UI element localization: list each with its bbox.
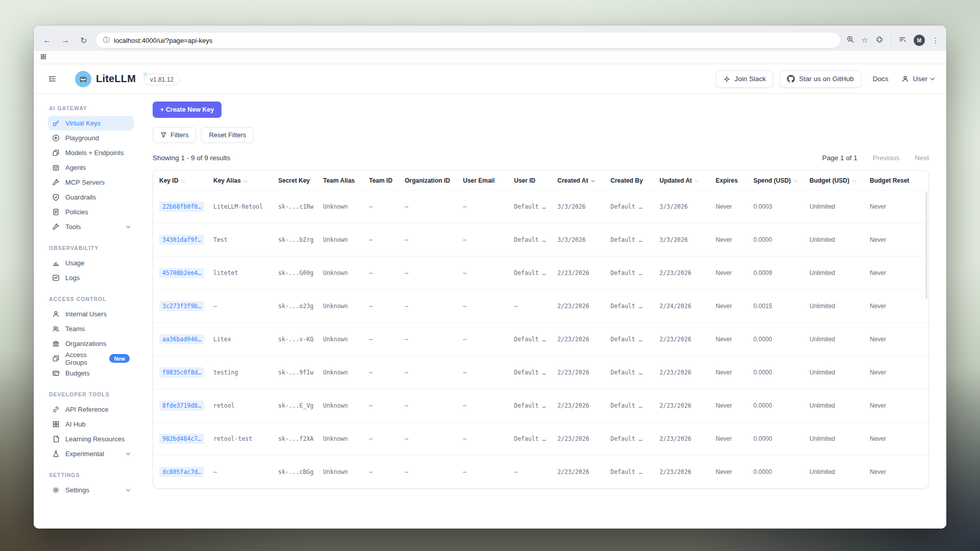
filters-button[interactable]: Filters	[153, 127, 196, 143]
filters-label: Filters	[170, 131, 188, 139]
cell-created-at: 2/23/2026	[551, 422, 604, 456]
sidebar-item-access-groups[interactable]: Access Groups New	[48, 351, 134, 366]
sort-icon[interactable]: ↑↓	[243, 178, 248, 184]
bookmark-star-icon[interactable]: ☆	[862, 36, 868, 45]
sidebar-item-models-endpoints[interactable]: Models + Endpoints	[48, 145, 134, 160]
zoom-icon[interactable]	[846, 35, 854, 45]
docs-link[interactable]: Docs	[873, 75, 889, 83]
sidebar-item-experimental[interactable]: Experimental	[48, 446, 134, 461]
reset-filters-button[interactable]: Reset Filters	[201, 127, 254, 143]
key-id-link[interactable]: 3c273f3f9b…	[159, 301, 204, 311]
sort-icon[interactable]: ↑↓	[181, 178, 185, 184]
sort-icon[interactable]: ↑↓	[793, 178, 797, 184]
col-key-alias[interactable]: Key Alias↑↓	[207, 170, 272, 190]
col-updated-at[interactable]: Updated At↑↓	[653, 170, 709, 190]
sidebar-item-learning-resources[interactable]: Learning Resources	[48, 432, 134, 446]
cell-budget-reset: Never	[864, 323, 928, 356]
cell-expires: Never	[709, 456, 747, 489]
key-id-link[interactable]: aa36bad046…	[159, 334, 204, 344]
sidebar-item-agents[interactable]: Agents	[48, 160, 134, 175]
cell-updated-at: 2/23/2026	[653, 257, 709, 290]
table-row: 8fde3719d8… retool sk-...E_Vg Unknown – …	[153, 389, 928, 422]
cell-updated-at: 2/23/2026	[653, 389, 709, 422]
key-id-link[interactable]: 8fde3719d8…	[159, 400, 204, 411]
sidebar-item-settings[interactable]: Settings	[48, 483, 134, 497]
join-slack-button[interactable]: Join Slack	[716, 70, 774, 88]
forward-icon[interactable]: →	[59, 34, 71, 46]
site-info-icon[interactable]: ⓘ	[103, 36, 110, 45]
cell-team-alias: Unknown	[317, 290, 363, 323]
chevron-down-icon	[126, 487, 130, 491]
previous-button[interactable]: Previous	[873, 154, 900, 162]
sidebar-item-mcp-servers[interactable]: MCP Servers	[48, 175, 134, 190]
key-id-link[interactable]: f0835c0f8d…	[159, 367, 204, 378]
sidebar-item-ai-hub[interactable]: AI Hub	[48, 417, 134, 432]
sidebar-item-internal-users[interactable]: Internal Users	[48, 307, 134, 321]
side-panel-icon[interactable]	[898, 35, 906, 45]
user-menu[interactable]: User	[901, 75, 934, 83]
cell-secret-key: sk-...9fIw	[272, 356, 317, 389]
sidebar-item-budgets[interactable]: Budgets	[48, 366, 134, 381]
sidebar-item-organizations[interactable]: Organizations	[48, 336, 134, 351]
key-id-link[interactable]: 982bd484c7…	[159, 434, 204, 444]
sidebar-item-tools[interactable]: Tools	[48, 219, 134, 234]
key-icon	[52, 119, 60, 127]
back-icon[interactable]: ←	[41, 34, 53, 46]
next-button[interactable]: Next	[915, 154, 929, 162]
address-bar[interactable]: ⓘ localhost:4000/ui/?page=api-keys	[96, 33, 840, 48]
brand-logo[interactable]: LiteLLM	[75, 71, 136, 87]
table-scrollbar[interactable]	[925, 192, 927, 299]
create-new-key-button[interactable]: + Create New Key	[153, 102, 222, 118]
bookmarks-bar	[34, 51, 946, 64]
cell-spend: 0.0000	[747, 223, 803, 257]
sort-icon[interactable]: ↑↓	[695, 178, 699, 184]
cell-created-at: 3/3/2026	[551, 190, 604, 223]
table-row: f0835c0f8d… testing sk-...9fIw Unknown –…	[153, 356, 928, 389]
shield-check-icon	[52, 193, 60, 201]
cell-team-id: –	[363, 290, 399, 323]
cell-expires: Never	[709, 223, 747, 257]
cell-updated-at: 3/3/2026	[653, 223, 709, 257]
sidebar-item-guardrails[interactable]: Guardrails	[48, 190, 134, 205]
extensions-icon[interactable]	[875, 35, 884, 45]
cell-budget-reset: Never	[864, 356, 928, 389]
cell-secret-key: sk-...bZrg	[272, 223, 317, 257]
sidebar-item-policies[interactable]: Policies	[48, 205, 134, 219]
cell-team-id: –	[363, 323, 399, 356]
menu-dots-icon[interactable]: ⋮	[932, 36, 939, 44]
cell-user-id: Default …	[508, 190, 551, 223]
col-key-id[interactable]: Key ID↑↓	[153, 170, 207, 190]
sidebar-item-virtual-keys[interactable]: Virtual Keys	[48, 116, 134, 131]
cell-user-email: –	[457, 456, 508, 489]
col-created-at[interactable]: Created At	[551, 170, 604, 190]
reload-icon[interactable]: ↻	[78, 34, 90, 46]
sort-icon[interactable]: ↑↓	[852, 178, 856, 184]
reset-filters-label: Reset Filters	[209, 131, 246, 139]
sidebar-collapse-icon[interactable]	[48, 74, 57, 83]
cell-secret-key: sk-...c1Rw	[272, 190, 317, 223]
col-spend[interactable]: Spend (USD)↑↓	[747, 170, 803, 190]
star-github-label: Star us on GitHub	[799, 75, 853, 83]
star-github-button[interactable]: Star us on GitHub	[779, 70, 861, 88]
sort-desc-icon[interactable]	[591, 179, 595, 182]
sidebar-item-api-reference[interactable]: API Reference	[48, 402, 134, 417]
pagination: Page 1 of 1 Previous Next	[822, 154, 929, 162]
sidebar-item-label: Usage	[65, 259, 85, 267]
cell-spend: 0.0003	[747, 190, 803, 223]
sidebar-item-usage[interactable]: Usage	[48, 256, 134, 270]
profile-avatar[interactable]: M	[914, 35, 925, 46]
results-summary: Showing 1 - 9 of 9 results	[153, 154, 230, 162]
key-id-link[interactable]: 22b68fb0f0…	[159, 202, 204, 212]
key-id-link[interactable]: dc805fac7d…	[159, 467, 204, 477]
cell-key-alias: Litex	[207, 323, 272, 356]
apps-grid-icon[interactable]	[40, 53, 47, 62]
key-id-link[interactable]: 34301daf9f…	[159, 235, 204, 245]
col-budget[interactable]: Budget (USD)↑↓	[803, 170, 864, 190]
gear-icon	[52, 486, 60, 494]
keys-table-card: Key ID↑↓ Key Alias↑↓ Secret Key Team Ali…	[153, 170, 929, 489]
sidebar-item-logs[interactable]: Logs	[48, 270, 134, 285]
key-id-link[interactable]: 45708b2ee4…	[159, 268, 204, 278]
sidebar-item-teams[interactable]: Teams	[48, 321, 134, 336]
sidebar-item-playground[interactable]: Playground	[48, 131, 134, 145]
cell-secret-key: sk-...v-KQ	[272, 323, 317, 356]
